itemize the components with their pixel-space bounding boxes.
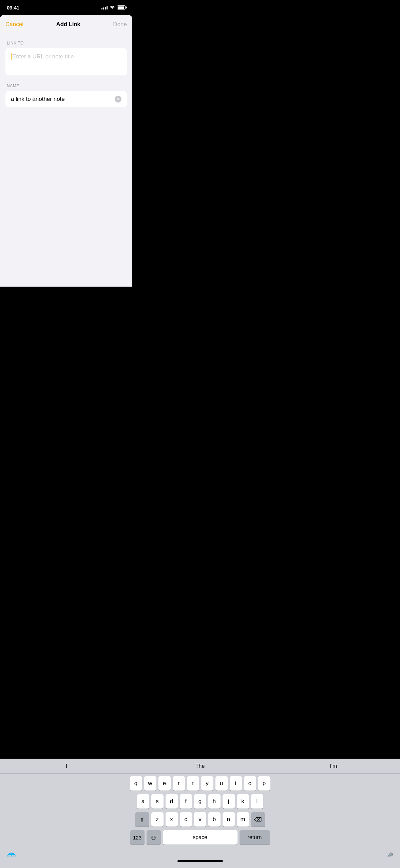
clear-button[interactable]: ✕ — [115, 96, 121, 103]
name-label: NAME — [5, 84, 127, 88]
done-button[interactable]: Done — [113, 18, 127, 31]
form-content: LINK TO Enter a URL or note title NAME a… — [0, 34, 132, 107]
battery-icon — [117, 5, 126, 10]
signal-icon — [101, 5, 108, 10]
cancel-button[interactable]: Cancel — [5, 18, 23, 31]
status-bar: 09:41 — [0, 0, 132, 15]
sheet: Cancel Add Link Done LINK TO Enter a URL… — [0, 15, 132, 287]
link-to-label: LINK TO — [5, 41, 127, 46]
wifi-icon — [110, 5, 115, 10]
name-value: a link to another note — [11, 96, 65, 103]
status-time: 09:41 — [7, 5, 19, 11]
url-placeholder: Enter a URL or note title — [12, 53, 74, 60]
name-input-container[interactable]: a link to another note ✕ — [5, 91, 127, 107]
clear-icon: ✕ — [117, 97, 120, 101]
cursor — [11, 53, 12, 60]
dialog-title: Add Link — [56, 21, 80, 28]
nav-bar: Cancel Add Link Done — [0, 15, 132, 34]
status-icons — [101, 5, 126, 10]
url-input-container[interactable]: Enter a URL or note title — [5, 48, 127, 75]
